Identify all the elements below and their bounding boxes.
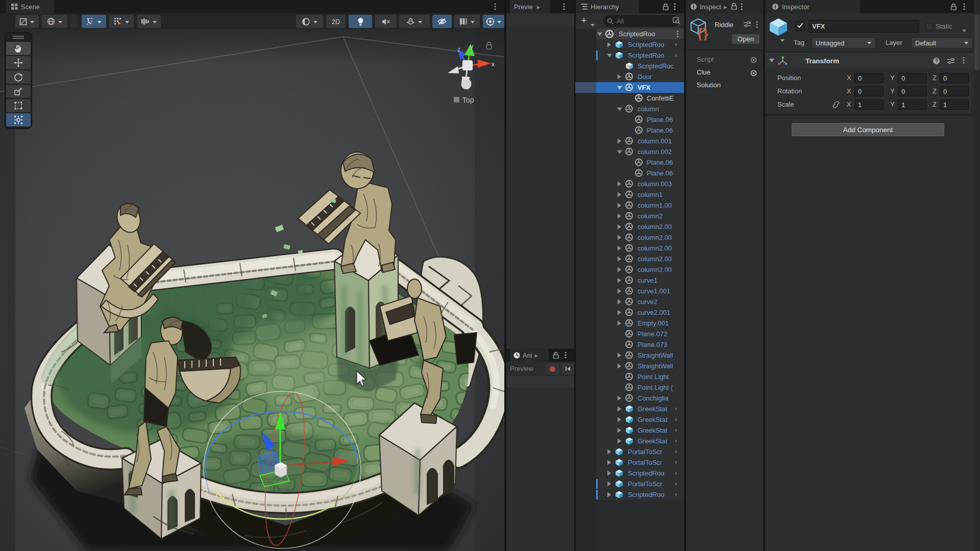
svg-text:z: z xyxy=(457,46,460,53)
svg-text:{: { xyxy=(697,26,703,40)
svg-text:y: y xyxy=(470,42,474,50)
svg-text:?: ? xyxy=(935,58,938,64)
svg-text:Top: Top xyxy=(462,96,474,104)
svg-text:}: } xyxy=(703,26,708,40)
svg-text:x: x xyxy=(492,61,495,68)
svg-text:x: x xyxy=(87,22,88,26)
svg-text:y: y xyxy=(91,19,92,22)
